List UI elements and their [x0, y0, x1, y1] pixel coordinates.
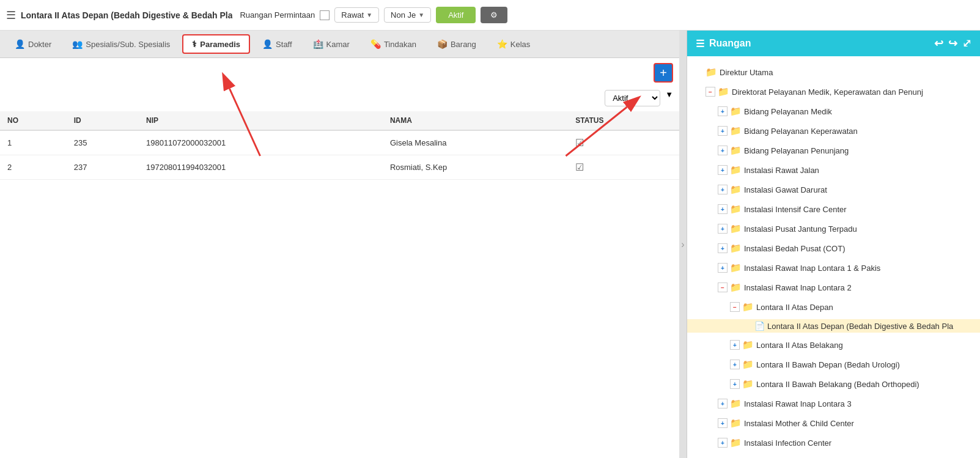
tree-row-dir_pel[interactable]: −📁Direktorat Pelayanan Medik, Keperawata… [687, 84, 980, 99]
cell-nip: 198011072000032001 [139, 130, 383, 155]
tindakan-icon: 💊 [370, 39, 381, 49]
tree-toggle-minus[interactable]: − [730, 302, 740, 312]
tree-toggle-plus[interactable]: + [718, 399, 728, 408]
content-area: + Aktif Non Aktif Semua ▼ No ID NIP [0, 58, 679, 458]
tree-row-lon2_atas_bel[interactable]: +📁Lontara II Atas Belakang [687, 338, 980, 352]
tab-kelas[interactable]: ⭐ Kelas [488, 35, 539, 53]
tree-row-lon2_baw_dep[interactable]: +📁Lontara II Bawah Depan (Bedah Urologi) [687, 357, 980, 372]
tree-row-ins_lon2[interactable]: −📁Instalasi Rawat Inap Lontara 2 [687, 280, 980, 295]
tree-node: +📁Instalasi Rawat Inap Lontara 3 [687, 394, 980, 413]
tree-row-ins_lon1[interactable]: +📁Instalasi Rawat Inap Lontara 1 & Pakis [687, 260, 980, 275]
folder-icon: 📁 [730, 204, 742, 215]
rawat-dropdown[interactable]: Rawat ▼ [334, 7, 379, 23]
tree-row-bid_medik[interactable]: +📁Bidang Pelayanan Medik [687, 104, 980, 119]
tree-row-ins_gaw[interactable]: +📁Instalasi Gawat Darurat [687, 182, 980, 197]
tree-node: +📁Instalasi Pusat Jantung Terpadu [687, 219, 980, 238]
tree-node: +📁Bidang Pelayanan Penunjang [687, 141, 980, 160]
tab-staff[interactable]: 👤 Staff [254, 35, 301, 53]
tree-label: Instalasi Rawat Inap Lontara 1 & Pakis [744, 264, 974, 273]
tree-toggle-plus[interactable]: + [718, 438, 728, 448]
tree-toggle-minus[interactable]: − [706, 87, 715, 97]
undo-icon[interactable]: ↩ [934, 37, 943, 50]
tree-toggle-plus[interactable]: + [718, 243, 728, 253]
tree-node: +📁Bidang Pelayanan Medik [687, 102, 980, 121]
tree-row-ins_lon3[interactable]: +📁Instalasi Rawat Inap Lontara 3 [687, 396, 980, 411]
tree-label: Lontara II Atas Belakang [756, 341, 974, 350]
table-row[interactable]: 2 237 197208011994032001 Rosmiati, S.Kep… [0, 155, 679, 180]
tree-row-ins_jan[interactable]: +📁Instalasi Pusat Jantung Terpadu [687, 221, 980, 236]
tree-row-bid_kep[interactable]: +📁Bidang Pelayanan Keperawatan [687, 124, 980, 138]
tree-node: +📁Lontara II Bawah Depan (Bedah Urologi) [687, 355, 980, 374]
status-filter[interactable]: Aktif Non Aktif Semua [605, 90, 660, 106]
right-panel: ☰ Ruangan ↩ ↪ ⤢ 📁Direktur Utama−📁Direkto… [687, 31, 980, 458]
expand-icon[interactable]: ⤢ [962, 37, 971, 50]
folder-icon: 📁 [718, 86, 729, 97]
tree-toggle-plus[interactable]: + [718, 146, 728, 155]
tree-node: +📁Bidang Pelayanan Keperawatan [687, 121, 980, 141]
main-layout: 👤 Dokter 👥 Spesialis/Sub. Spesialis ⚕ Pa… [0, 31, 980, 458]
tree-toggle-plus[interactable]: + [718, 418, 728, 428]
dokter-icon: 👤 [15, 39, 25, 49]
tree-row-lon2_baw_bel[interactable]: +📁Lontara II Bawah Belakang (Bedah Ortho… [687, 377, 980, 391]
tree-label: Lontara II Atas Depan [756, 303, 974, 312]
dark-button[interactable]: ⚙ [481, 7, 507, 23]
tree-node: +📁Instalasi Infection Center [687, 433, 980, 452]
tab-barang[interactable]: 📦 Barang [429, 35, 485, 53]
tab-tindakan[interactable]: 💊 Tindakan [362, 35, 425, 53]
add-btn-row: + [0, 58, 679, 87]
cell-id: 237 [67, 155, 139, 180]
tree-toggle-plus[interactable]: + [718, 263, 728, 273]
tree-label: Instalasi Intensif Care Center [744, 205, 974, 214]
tree-node: +📁Instalasi Rawat Jalan [687, 160, 980, 180]
folder-icon: 📁 [730, 243, 742, 254]
redo-icon[interactable]: ↪ [948, 37, 957, 50]
tree-label: Instalasi Mother & Child Center [744, 419, 974, 428]
folder-icon: 📁 [730, 418, 742, 429]
menu-icon[interactable]: ☰ [6, 9, 16, 22]
tree-row-lon2_atas_dep[interactable]: 📄Lontara II Atas Depan (Bedah Digestive … [687, 319, 980, 333]
col-nip: NIP [139, 111, 383, 130]
non-je-dropdown[interactable]: Non Je ▼ [384, 7, 431, 23]
tab-dokter[interactable]: 👤 Dokter [6, 35, 60, 53]
folder-icon: 📁 [730, 125, 742, 136]
tree-row-ins_bed[interactable]: +📁Instalasi Bedah Pusat (COT) [687, 241, 980, 256]
folder-icon: 📁 [730, 145, 742, 156]
table-row[interactable]: 1 235 198011072000032001 Gisela Mesalina… [0, 130, 679, 155]
folder-icon: 📁 [742, 339, 754, 350]
tree-toggle-plus[interactable]: + [730, 360, 740, 369]
tree-toggle-plus[interactable]: + [718, 204, 728, 214]
tree-row-ins_jal[interactable]: +📁Instalasi Rawat Jalan [687, 163, 980, 177]
kelas-icon: ⭐ [497, 39, 507, 49]
cell-status: ☑ [568, 155, 679, 180]
tab-kamar[interactable]: 🏥 Kamar [304, 35, 358, 53]
tab-paramedis[interactable]: ⚕ Paramedis [182, 34, 250, 54]
ruangan-checkbox[interactable] [320, 10, 330, 20]
tab-spesialis[interactable]: 👥 Spesialis/Sub. Spesialis [64, 35, 179, 53]
kamar-icon: 🏥 [313, 39, 323, 49]
tree-toggle-plus[interactable]: + [718, 126, 728, 136]
tree-toggle-plus[interactable]: + [718, 106, 728, 116]
tree-toggle-plus[interactable]: + [718, 224, 728, 234]
data-table: No ID NIP NAMA STATUS 1 235 198011072000… [0, 111, 679, 180]
tree-toggle-plus[interactable]: + [718, 165, 728, 175]
tree-row-ins_int[interactable]: +📁Instalasi Intensif Care Center [687, 202, 980, 216]
tree-toggle-plus[interactable]: + [730, 379, 740, 389]
tree-node: −📁Lontara II Atas Depan [687, 297, 980, 317]
paramedis-icon: ⚕ [192, 39, 197, 49]
folder-icon: 📁 [730, 223, 742, 234]
tree-row-lon2_atas[interactable]: −📁Lontara II Atas Depan [687, 300, 980, 314]
right-panel-header: ☰ Ruangan ↩ ↪ ⤢ [687, 31, 980, 56]
tree-row-bid_pen[interactable]: +📁Bidang Pelayanan Penunjang [687, 143, 980, 158]
tree-label: Bidang Pelayanan Penunjang [744, 146, 974, 155]
tree-toggle-plus[interactable]: + [718, 185, 728, 194]
panel-divider[interactable]: › [679, 31, 687, 458]
tree-toggle-plus[interactable]: + [730, 340, 740, 350]
aktif-button[interactable]: Aktif [436, 7, 476, 23]
top-header: ☰ Lontara II Atas Depan (Bedah Digestive… [0, 0, 980, 31]
add-button[interactable]: + [654, 63, 673, 83]
tree-row-direktur[interactable]: 📁Direktur Utama [687, 65, 980, 79]
tree-row-ins_mcc[interactable]: +📁Instalasi Mother & Child Center [687, 416, 980, 430]
tree-row-ins_inf[interactable]: +📁Instalasi Infection Center [687, 435, 980, 450]
tree-toggle-minus[interactable]: − [718, 283, 728, 292]
left-panel: 👤 Dokter 👥 Spesialis/Sub. Spesialis ⚕ Pa… [0, 31, 679, 458]
